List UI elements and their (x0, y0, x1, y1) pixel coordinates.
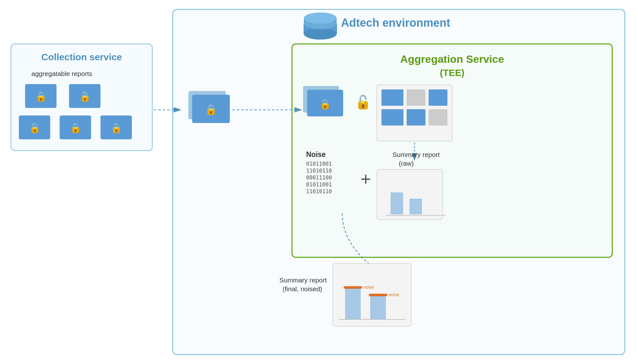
svg-rect-51 (344, 286, 362, 289)
svg-text:(raw): (raw) (399, 160, 414, 167)
svg-text:noise: noise (389, 292, 399, 297)
svg-text:Summary report: Summary report (279, 276, 327, 284)
svg-text:Noise: Noise (306, 150, 326, 158)
svg-text:🔒: 🔒 (35, 91, 47, 102)
svg-text:noise: noise (364, 285, 374, 290)
svg-text:11010110: 11010110 (306, 188, 332, 195)
svg-text:🔒: 🔒 (205, 104, 217, 115)
svg-text:+: + (360, 169, 371, 189)
svg-text:🔒: 🔒 (319, 99, 331, 110)
svg-text:(final, noised): (final, noised) (283, 285, 322, 292)
svg-rect-37 (391, 193, 403, 214)
svg-text:Summary report: Summary report (392, 151, 440, 158)
svg-text:🔒: 🔒 (79, 91, 91, 102)
aggregation-service-label: Aggregation Service (400, 53, 504, 65)
svg-rect-32 (429, 109, 447, 126)
svg-text:🔒: 🔒 (70, 122, 82, 134)
svg-rect-28 (407, 89, 425, 106)
aggregatable-reports-text: aggregatable reports (31, 70, 92, 77)
svg-rect-27 (381, 89, 403, 106)
aggregation-service-tee-label: (TEE) (440, 67, 464, 78)
svg-point-21 (304, 13, 337, 24)
svg-rect-54 (369, 294, 387, 296)
svg-text:00011100: 00011100 (306, 174, 332, 181)
svg-text:🔒: 🔒 (29, 122, 41, 134)
svg-text:11010110: 11010110 (306, 168, 332, 174)
svg-text:🔒: 🔒 (111, 122, 122, 134)
svg-text:01011001: 01011001 (306, 181, 332, 188)
adtech-label: Adtech environment (341, 16, 450, 29)
svg-rect-31 (407, 109, 425, 126)
svg-rect-29 (429, 89, 447, 106)
svg-rect-38 (410, 199, 422, 214)
svg-rect-50 (345, 289, 360, 319)
svg-text:🔓: 🔓 (355, 94, 371, 110)
svg-point-17 (304, 28, 337, 40)
svg-text:01011001: 01011001 (306, 161, 332, 167)
collection-service-label: Collection service (41, 52, 122, 62)
svg-rect-53 (370, 296, 386, 319)
svg-rect-30 (381, 109, 403, 126)
